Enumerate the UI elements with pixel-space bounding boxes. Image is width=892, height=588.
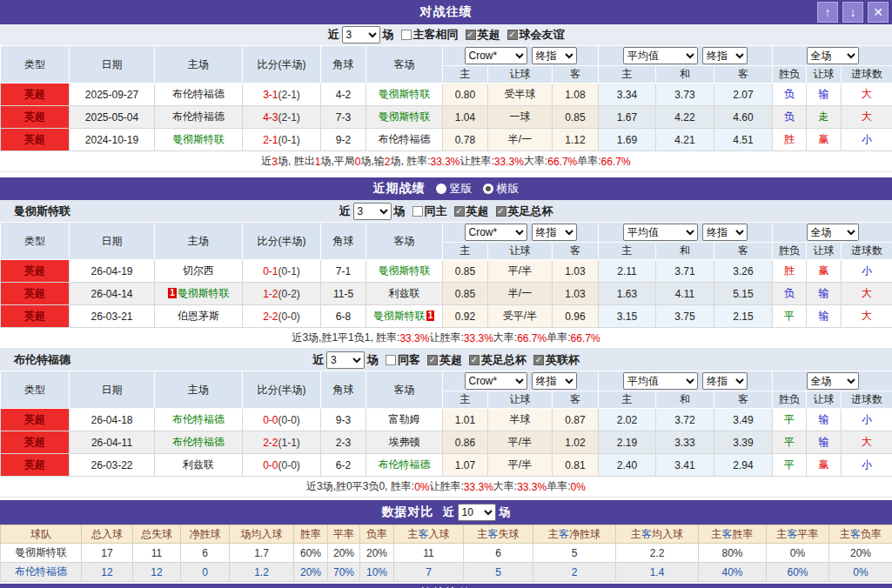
checkbox-icon: ✓ <box>496 206 506 217</box>
home-odds-cell: 0.92 <box>443 305 488 328</box>
handicap-result-cell: 赢 <box>807 260 842 283</box>
games-label: 场 <box>394 204 406 219</box>
recent-results-bar: 近期战绩 竖版横版 <box>0 177 892 200</box>
filter-checkbox-1[interactable]: ✓英超 <box>454 204 489 219</box>
scope-select[interactable]: 全场 <box>807 372 859 390</box>
compare-value-cell: 1.4 <box>616 563 699 582</box>
compare-count-select[interactable]: 10 <box>458 504 496 521</box>
compare-value-cell: 7 <box>394 563 464 582</box>
filter-checkbox-0[interactable]: 同客 <box>386 352 420 368</box>
brentford-summary: 近3场,胜0平3负0, 胜率:0% 让胜率:33.3% 大率:33.3% 单率:… <box>0 477 892 498</box>
match-row: 英超2025-05-04布伦特福德4-3(2-1)7-3曼彻斯特联1.04一球0… <box>1 106 892 129</box>
score-cell: 2-2(1-1) <box>243 431 321 454</box>
compare-value-cell: 20% <box>294 563 328 582</box>
summary-segment: 0% <box>414 481 429 493</box>
result-value: 胜 <box>784 264 795 277</box>
compare-value-cell: 40% <box>699 563 767 582</box>
result-value: 平 <box>784 310 795 322</box>
handicap-result-cell: 输 <box>807 283 842 305</box>
red-card-badge: 1 <box>168 288 177 298</box>
full-score: 1-2 <box>263 288 278 300</box>
filter-checkbox-0[interactable]: 主客相同 <box>401 27 459 43</box>
result-value: 输 <box>819 310 829 322</box>
recent-count-select[interactable]: 3 <box>353 203 392 220</box>
score-cell: 1-2(0-2) <box>243 283 321 305</box>
avg-final-odds-select[interactable]: 终指 <box>702 47 748 64</box>
filter-checkbox-2[interactable]: ✓球会友谊 <box>507 27 565 43</box>
league-cell: 英超 <box>1 283 70 305</box>
data-compare-table: 球队总入球总失球净胜球场均入球胜率平率负率主客入球主客失球主客净胜球主客均入球主… <box>0 525 892 582</box>
compare-value-cell: 1.7 <box>230 544 294 563</box>
half-score: (0-0) <box>278 459 300 471</box>
average-select[interactable]: 平均值 <box>623 372 698 390</box>
compare-value-cell: 20% <box>360 544 394 563</box>
filter-checkbox-3[interactable]: ✓英联杯 <box>533 352 580 368</box>
h2h-filter-row: 近3场主客相同✓英超✓球会友谊 <box>0 24 892 45</box>
average-select[interactable]: 平均值 <box>623 47 698 64</box>
scope-select[interactable]: 全场 <box>807 47 859 64</box>
compare-value-cell: 0% <box>767 544 829 563</box>
bookmaker-select[interactable]: Crow* <box>465 372 527 390</box>
home-odds-cell: 0.85 <box>443 260 488 283</box>
radio-icon <box>436 184 446 194</box>
avg-home-cell: 1.63 <box>599 283 656 305</box>
move-up-button[interactable]: ↑ <box>817 2 838 23</box>
team-name: 曼彻斯特联 <box>379 88 431 100</box>
data-compare-title: 数据对比 <box>382 504 434 520</box>
column-header: 类型 <box>1 46 70 84</box>
layout-radio-0[interactable]: 竖版 <box>436 181 473 197</box>
checkbox-icon: ✓ <box>427 355 438 365</box>
away-odds-cell: 0.85 <box>553 106 599 129</box>
filter-checkbox-2[interactable]: ✓英足总杯 <box>469 352 526 368</box>
match-row: 英超26-04-19切尔西0-1(0-1)7-1曼彻斯特联0.85平/半1.03… <box>1 260 892 283</box>
move-down-button[interactable]: ↓ <box>842 2 863 23</box>
book-final-odds-select[interactable]: 终指 <box>532 47 577 64</box>
close-button[interactable]: ✕ <box>868 2 889 23</box>
scope-select[interactable]: 全场 <box>807 224 859 241</box>
date-cell: 26-03-21 <box>70 305 155 328</box>
layout-radio-1[interactable]: 横版 <box>483 181 520 197</box>
home-team-cell: 曼彻斯特联 <box>155 129 243 151</box>
book-final-odds-select[interactable]: 终指 <box>532 372 577 390</box>
avg-final-odds-select[interactable]: 终指 <box>702 372 748 390</box>
bookmaker-select[interactable]: Crow* <box>465 224 527 241</box>
league-cell: 英超 <box>1 431 70 454</box>
book-final-odds-select[interactable]: 终指 <box>532 224 577 241</box>
column-header: 客场 <box>366 223 443 260</box>
average-select[interactable]: 平均值 <box>623 224 698 241</box>
filter-checkbox-1[interactable]: ✓英超 <box>466 27 500 43</box>
summary-segment: 66.7% <box>601 156 631 168</box>
recent-count-select[interactable]: 3 <box>326 351 365 369</box>
filter-checkbox-1[interactable]: ✓英超 <box>427 352 462 368</box>
compare-value-cell: 0 <box>181 563 230 582</box>
score-cell: 4-3(2-1) <box>243 106 321 129</box>
checkbox-label: 英联杯 <box>546 352 580 368</box>
compare-value-cell: 1.2 <box>230 563 294 582</box>
compare-team-cell: 布伦特福德 <box>1 563 82 582</box>
brentford-recent-table: 类型日期主场比分(半场)角球客场Crow*终指平均值终指全场主让球客主和客胜负让… <box>0 371 892 477</box>
avg-away-cell: 5.15 <box>714 283 773 305</box>
filter-checkbox-0[interactable]: 同主 <box>412 204 447 219</box>
summary-segment: 场, 胜率: <box>390 154 430 169</box>
avg-final-odds-select[interactable]: 终指 <box>702 224 748 241</box>
sub-column-header: 客 <box>714 66 773 84</box>
goals-result-cell: 大 <box>842 431 892 454</box>
avg-draw-cell: 3.72 <box>656 409 714 431</box>
compare-value-cell: 60% <box>294 544 328 563</box>
match-row: 英超2024-10-19曼彻斯特联2-1(0-1)9-2布伦特福德0.78半/一… <box>1 129 892 151</box>
result-value: 大 <box>862 436 872 448</box>
avg-home-cell: 3.34 <box>599 84 656 106</box>
avg-draw-cell: 3.41 <box>656 454 714 477</box>
avg-draw-cell: 3.71 <box>656 260 714 283</box>
date-cell: 2025-05-04 <box>70 106 155 129</box>
bookmaker-select[interactable]: Crow* <box>465 47 527 64</box>
checkbox-label: 英足总杯 <box>481 352 526 368</box>
summary-segment: 让胜率: <box>429 479 463 494</box>
corner-cell: 6-2 <box>321 454 366 477</box>
filter-checkbox-2[interactable]: ✓英足总杯 <box>496 204 553 219</box>
home-team-cell: 1曼彻斯特联 <box>155 283 243 305</box>
recent-count-select[interactable]: 3 <box>342 26 380 43</box>
avg-home-cell: 1.69 <box>599 129 656 151</box>
away-odds-cell: 1.12 <box>553 129 599 151</box>
summary-segment: 33.3% <box>399 332 429 344</box>
